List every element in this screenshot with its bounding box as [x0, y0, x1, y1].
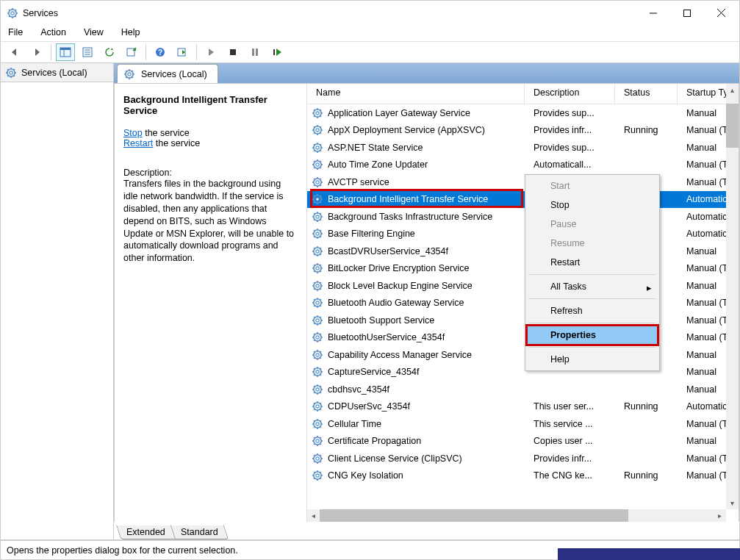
properties-button[interactable] [78, 43, 97, 61]
service-name: Capability Access Manager Service [328, 350, 472, 360]
service-row[interactable]: BitLocker Drive Encryption ServiceManual… [307, 260, 739, 278]
service-row[interactable]: Client License Service (ClipSVC)Provides… [307, 450, 739, 467]
service-row[interactable]: CaptureService_4354fManual [307, 364, 739, 381]
gear-icon [312, 401, 323, 412]
service-row[interactable]: Background Intelligent Transfer ServiceA… [307, 191, 739, 209]
start-service-button[interactable] [201, 43, 220, 61]
export-button[interactable] [122, 43, 141, 61]
service-row[interactable]: Bluetooth Audio Gateway ServiceManual (T… [307, 295, 739, 312]
gear-icon [312, 245, 323, 257]
ctx-pause: Pause [527, 215, 658, 234]
service-row[interactable]: AVCTP serviceThis is Audio...RunningManu… [307, 173, 739, 191]
service-name: Certificate Propagation [328, 436, 421, 446]
help-button[interactable]: ? [151, 43, 170, 61]
column-name[interactable]: Name [307, 84, 525, 104]
service-row[interactable]: Background Tasks Infrastructure ServiceA… [307, 208, 739, 226]
service-status: Running [615, 125, 678, 135]
stop-link[interactable]: Stop [123, 128, 143, 138]
scroll-down-icon[interactable]: ▾ [726, 497, 739, 509]
service-status: Running [615, 470, 678, 481]
service-row[interactable]: CNG Key IsolationThe CNG ke...RunningMan… [307, 467, 739, 485]
decorative-bar [558, 548, 740, 560]
svg-text:?: ? [158, 49, 162, 57]
minimize-button[interactable] [636, 1, 670, 25]
gear-icon [312, 470, 323, 481]
close-button[interactable] [704, 1, 738, 25]
action-button[interactable] [173, 43, 192, 61]
tab-extended[interactable]: Extended [116, 525, 176, 539]
gear-icon [5, 67, 17, 79]
pause-service-button[interactable] [245, 43, 265, 61]
horizontal-scrollbar[interactable]: ◂ ▸ [307, 509, 726, 522]
details-pane: Background Intelligent Transfer Service … [115, 84, 307, 522]
scroll-right-icon[interactable]: ▸ [714, 509, 726, 522]
forward-button[interactable] [27, 43, 46, 61]
service-row[interactable]: BluetoothUserService_4354fManual (Tr [307, 329, 739, 347]
gear-icon [123, 68, 135, 80]
service-name: Application Layer Gateway Service [328, 108, 470, 118]
service-description: Provides sup... [525, 143, 615, 153]
column-status[interactable]: Status [615, 84, 678, 104]
service-name: BitLocker Drive Encryption Service [328, 263, 469, 273]
stop-service-button[interactable] [223, 43, 243, 61]
gear-icon [312, 193, 323, 205]
vertical-scrollbar[interactable]: ▴ ▾ [726, 84, 739, 509]
gear-icon [312, 142, 323, 154]
service-row[interactable]: AppX Deployment Service (AppXSVC)Provide… [307, 122, 739, 140]
ctx-all-tasks[interactable]: All Tasks▸ [527, 277, 658, 296]
show-hide-tree-button[interactable] [56, 43, 75, 61]
service-name: Bluetooth Support Service [328, 315, 434, 326]
refresh-button[interactable] [100, 43, 119, 61]
scroll-left-icon[interactable]: ◂ [307, 509, 320, 522]
menu-view[interactable]: View [81, 26, 107, 40]
service-row[interactable]: Bluetooth Support ServiceManual (Tr [307, 312, 739, 329]
restart-service-button[interactable] [267, 43, 287, 61]
menu-file[interactable]: File [5, 26, 26, 40]
service-name: Cellular Time [328, 419, 381, 429]
service-row[interactable]: Block Level Backup Engine ServiceManual [307, 277, 739, 295]
menu-action[interactable]: Action [37, 26, 69, 40]
gear-icon [312, 315, 323, 326]
restart-link[interactable]: Restart [123, 138, 153, 148]
ctx-refresh[interactable]: Refresh [527, 301, 658, 320]
gear-icon [312, 331, 323, 343]
gear-icon [312, 435, 323, 447]
ctx-properties[interactable]: Properties [527, 326, 658, 345]
service-row[interactable]: ASP.NET State ServiceProvides sup...Manu… [307, 139, 739, 157]
service-name: Background Intelligent Transfer Service [328, 194, 488, 204]
ctx-stop[interactable]: Stop [527, 195, 658, 215]
service-row[interactable]: BcastDVRUserService_4354fManual [307, 243, 739, 260]
service-name: Base Filtering Engine [328, 229, 415, 239]
service-row[interactable]: Base Filtering EngineAutomatic [307, 226, 739, 243]
service-row[interactable]: CDPUserSvc_4354fThis user ser...RunningA… [307, 398, 739, 416]
description-label: Description: [123, 168, 298, 178]
back-button[interactable] [5, 43, 24, 61]
gear-icon [312, 453, 323, 464]
service-row[interactable]: Capability Access Manager ServiceManual [307, 346, 739, 364]
scroll-up-icon[interactable]: ▴ [726, 84, 739, 96]
restart-suffix: the service [153, 138, 200, 148]
tab-standard[interactable]: Standard [170, 525, 229, 539]
maximize-button[interactable] [670, 1, 704, 25]
service-row[interactable]: Application Layer Gateway ServiceProvide… [307, 104, 739, 122]
menu-help[interactable]: Help [118, 26, 143, 40]
gear-icon [312, 384, 323, 395]
tree-root-label: Services (Local) [21, 68, 87, 78]
status-text: Opens the properties dialog box for the … [7, 545, 238, 556]
service-row[interactable]: Certificate PropagationCopies user ...Ma… [307, 433, 739, 450]
ctx-resume: Resume [527, 234, 658, 253]
ctx-help[interactable]: Help [527, 350, 658, 369]
tree-root[interactable]: Services (Local) [1, 63, 113, 82]
svg-rect-28 [256, 49, 258, 56]
service-row[interactable]: cbdhsvc_4354fManual [307, 381, 739, 398]
service-row[interactable]: Cellular TimeThis service ...Manual (Tr [307, 415, 739, 433]
service-row[interactable]: Auto Time Zone UpdaterAutomaticall...Man… [307, 157, 739, 174]
svg-rect-11 [684, 10, 691, 16]
ctx-restart[interactable]: Restart [527, 253, 658, 272]
mmc-tab[interactable]: Services (Local) [117, 64, 218, 83]
gear-icon [312, 418, 323, 430]
column-description[interactable]: Description [525, 84, 615, 104]
column-headers: Name Description Status Startup Typ [307, 84, 739, 104]
gear-icon [312, 124, 323, 136]
svg-rect-15 [60, 48, 71, 50]
